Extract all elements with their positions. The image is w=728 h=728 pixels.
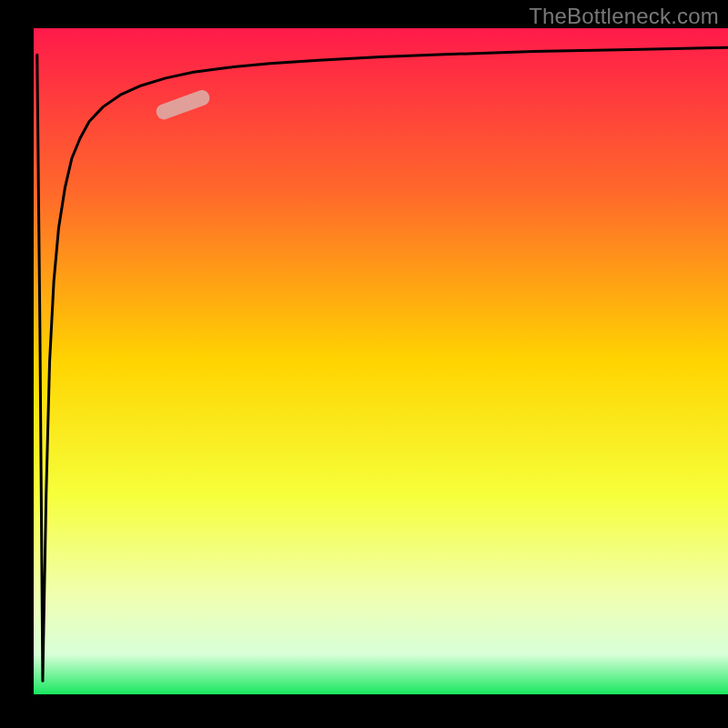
chart-plot-background xyxy=(34,28,728,694)
chart-root: { "watermark": "TheBottleneck.com", "cha… xyxy=(0,0,728,728)
bottleneck-chart xyxy=(0,0,728,728)
watermark-label: TheBottleneck.com xyxy=(529,4,719,29)
